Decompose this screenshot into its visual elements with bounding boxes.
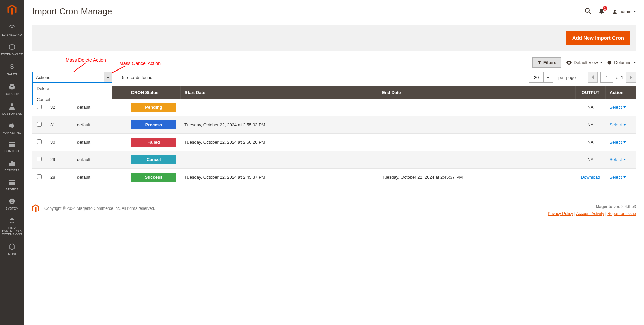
cell-id: 29: [46, 151, 73, 169]
cell-end-date: [378, 116, 576, 134]
sidebar-item-content[interactable]: CONTENT: [0, 138, 24, 156]
layout-icon: [9, 141, 15, 148]
sidebar-item-label: MARKETING: [3, 131, 21, 135]
sidebar-item-find-partners-extensions[interactable]: FIND PARTNERS & EXTENSIONS: [0, 214, 24, 224]
filters-button[interactable]: Filters: [532, 57, 561, 68]
magento-logo[interactable]: [0, 0, 24, 20]
add-new-import-cron-button[interactable]: Add New Import Cron: [566, 31, 630, 45]
sidebar-item-extendware[interactable]: EXTENDWARE: [0, 40, 24, 60]
cell-id: 30: [46, 134, 73, 151]
row-action-select[interactable]: Select: [610, 157, 626, 162]
sidebar-item-stores[interactable]: STORES: [0, 176, 24, 195]
default-view-label: Default View: [574, 60, 598, 65]
main-content: Import Cron Manage 1 admin Add New Impor…: [24, 0, 644, 224]
mass-actions-select: Actions Delete Cancel: [32, 72, 112, 83]
svg-rect-2: [9, 142, 15, 143]
mass-actions-label: Actions: [36, 75, 50, 80]
svg-point-11: [614, 10, 616, 12]
mass-actions-button[interactable]: Actions: [32, 72, 104, 83]
page-size-input[interactable]: [529, 72, 544, 83]
cell-end-date: Tuesday, October 22, 2024 at 2:45:37 PM: [378, 169, 576, 186]
person-icon: [9, 103, 15, 111]
row-checkbox[interactable]: [37, 157, 42, 161]
svg-rect-6: [11, 161, 13, 166]
col-output[interactable]: OUTPUT: [576, 86, 606, 99]
sidebar-item-sales[interactable]: $SALES: [0, 60, 24, 80]
row-checkbox[interactable]: [37, 174, 42, 179]
mass-action-delete[interactable]: Delete: [33, 83, 112, 94]
account-activity-link[interactable]: Account Activity: [576, 211, 604, 216]
sidebar-item-catalog[interactable]: CATALOG: [0, 80, 24, 99]
chevron-left-icon: [591, 75, 594, 79]
row-action-select[interactable]: Select: [610, 105, 626, 110]
sidebar-item-label: CATALOG: [5, 93, 19, 96]
sidebar-item-label: CUSTOMERS: [2, 112, 22, 116]
data-grid: ID Store CRON Status Start Date End Date…: [32, 86, 636, 186]
table-row: 31defaultProcessTuesday, October 22, 202…: [32, 116, 636, 134]
table-row: 32defaultPendingNASelect: [32, 99, 636, 116]
next-page-button[interactable]: [626, 72, 636, 83]
sidebar-item-label: STORES: [6, 188, 19, 191]
partners-icon: [8, 217, 16, 224]
prev-page-button[interactable]: [588, 72, 598, 83]
sidebar-item-label: SALES: [7, 73, 17, 76]
output-value: NA: [587, 105, 593, 110]
page-size-dropdown-button[interactable]: [544, 72, 553, 83]
sidebar-item-system[interactable]: SYSTEM: [0, 195, 24, 214]
sidebar-item-marketing[interactable]: MARKETING: [0, 119, 24, 138]
gauge-icon: [8, 24, 16, 32]
search-icon[interactable]: [585, 8, 591, 15]
sidebar-item-reports[interactable]: REPORTS: [0, 156, 24, 176]
col-start-date[interactable]: Start Date: [180, 86, 378, 99]
row-action-select[interactable]: Select: [610, 140, 626, 145]
table-row: 28defaultSuccessTuesday, October 22, 202…: [32, 169, 636, 186]
megaphone-icon: [8, 122, 16, 130]
columns-button[interactable]: Columns: [607, 60, 636, 65]
output-value: NA: [587, 122, 593, 127]
output-value: NA: [587, 157, 593, 162]
status-badge: Process: [131, 120, 176, 129]
cell-store: default: [73, 151, 127, 169]
row-checkbox[interactable]: [37, 122, 42, 127]
chevron-up-icon: [107, 77, 109, 78]
dollar-icon: $: [9, 63, 15, 72]
chevron-down-icon: [623, 159, 626, 160]
cell-store: default: [73, 169, 127, 186]
sidebar-item-customers[interactable]: CUSTOMERS: [0, 99, 24, 119]
privacy-policy-link[interactable]: Privacy Policy: [548, 211, 573, 216]
sidebar-item-label: EXTENDWARE: [1, 53, 23, 56]
chevron-down-icon: [633, 62, 636, 63]
chevron-down-icon: [623, 176, 626, 178]
chevron-down-icon: [600, 62, 603, 63]
cell-start-date: Tuesday, October 22, 2024 at 2:50:20 PM: [180, 134, 378, 151]
status-badge: Failed: [131, 138, 176, 147]
sidebar-item-dashboard[interactable]: DASHBOARD: [0, 20, 24, 40]
gear-icon: [9, 198, 15, 206]
row-checkbox[interactable]: [37, 139, 42, 144]
row-action-select[interactable]: Select: [610, 122, 626, 127]
svg-text:$: $: [10, 63, 14, 70]
version-text: ver. 2.4.6-p3: [613, 204, 636, 209]
mass-action-cancel[interactable]: Cancel: [33, 94, 112, 105]
col-action[interactable]: Action: [606, 86, 636, 99]
row-action-select[interactable]: Select: [610, 175, 626, 180]
mass-actions-toggle[interactable]: [104, 72, 112, 83]
cell-start-date: Tuesday, October 22, 2024 at 2:45:37 PM: [180, 169, 378, 186]
cell-end-date: [378, 99, 576, 116]
notification-button[interactable]: 1: [599, 8, 605, 15]
primary-action-bar: Add New Import Cron: [32, 25, 636, 51]
cell-store: default: [73, 134, 127, 151]
col-cron-status[interactable]: CRON Status: [127, 86, 180, 99]
per-page-label: per page: [558, 75, 576, 80]
report-issue-link[interactable]: Report an Issue: [607, 211, 636, 216]
output-download-link[interactable]: Download: [581, 175, 600, 180]
chevron-right-icon: [630, 75, 632, 79]
svg-rect-4: [12, 144, 15, 147]
default-view-button[interactable]: Default View: [566, 60, 603, 65]
user-menu[interactable]: admin: [612, 9, 636, 14]
svg-rect-7: [13, 162, 15, 166]
status-badge: Cancel: [131, 155, 176, 164]
current-page-input[interactable]: [600, 72, 613, 83]
svg-point-9: [585, 8, 589, 12]
col-end-date[interactable]: End Date: [378, 86, 576, 99]
